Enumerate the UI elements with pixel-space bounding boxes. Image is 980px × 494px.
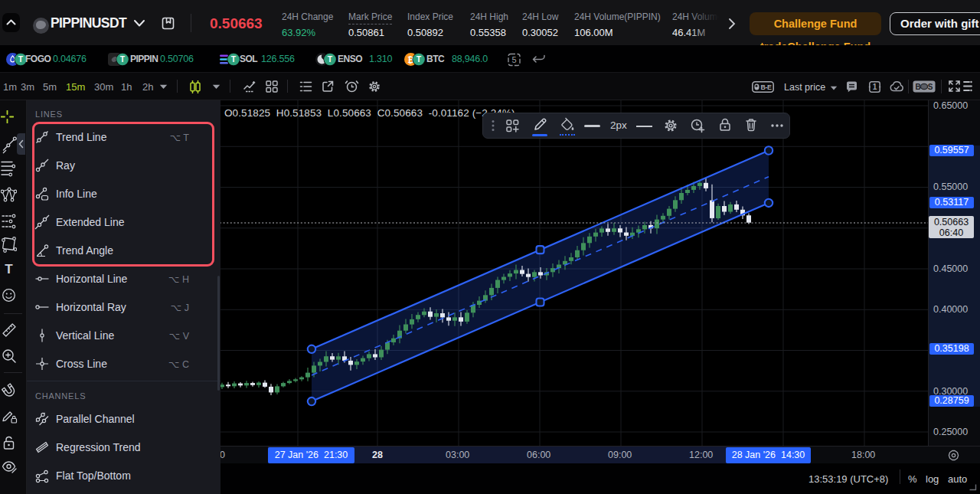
svg-text:T: T	[231, 54, 237, 64]
svg-text:B: B	[915, 83, 920, 91]
svg-text:B-E: B-E	[761, 83, 772, 91]
svg-text:S: S	[928, 83, 933, 91]
svg-text:1: 1	[873, 83, 877, 91]
svg-text:T: T	[328, 54, 333, 64]
svg-text:T: T	[416, 54, 422, 64]
svg-text:T: T	[18, 54, 24, 64]
svg-text:5: 5	[511, 55, 516, 64]
svg-text:T: T	[120, 54, 126, 64]
